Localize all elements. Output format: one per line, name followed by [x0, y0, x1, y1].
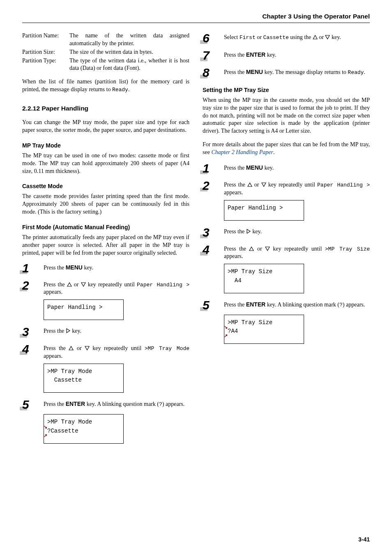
code-mp-tray-size: >MP Tray Size [325, 246, 370, 252]
para-setsize: When using the MP tray in the cassette m… [203, 97, 370, 135]
key-menu: MENU [246, 69, 263, 75]
key-enter: ENTER [246, 51, 265, 58]
triangle-right-icon [66, 328, 71, 333]
text: Press the [224, 228, 246, 235]
cursor-arrow-icon: ↘ [44, 424, 47, 431]
def-label: Partition Name: [22, 32, 69, 48]
text: key. [251, 228, 262, 235]
text: ) appears. [162, 401, 184, 407]
text: or [254, 246, 265, 252]
display-text: Cassette [51, 428, 78, 434]
code-ready: Ready [112, 87, 128, 93]
step-number: 5 [22, 398, 38, 411]
blinking-cursor: ↘↗? [47, 427, 51, 436]
display-line: Cassette [47, 376, 120, 385]
step-number: 3 [203, 226, 218, 239]
display-line: >MP Tray Size [228, 318, 300, 327]
text: key repeatedly until [270, 246, 325, 252]
text: Press the [224, 165, 246, 171]
para-partition-list: When the list of file names (partition l… [22, 78, 189, 94]
lcd-display: Paper Handling > [44, 299, 124, 320]
step-4: 4 Press the or key repeatedly until >MP … [203, 244, 370, 261]
step-number: 5 [203, 299, 218, 311]
step-number: 2 [203, 180, 218, 192]
step-3: 3 Press the key. [203, 226, 370, 239]
heading-cassette-mode: Cassette Mode [22, 182, 189, 190]
triangle-down-icon [81, 282, 86, 287]
step-4: 4 Press the or key repeatedly until >MP … [22, 343, 189, 360]
text: key. A blinking question mark ( [85, 401, 159, 407]
step-body: Press the MENU key. [224, 162, 370, 172]
step-body: Press the key. [44, 326, 189, 335]
heading-first-mode: First Mode (Automatic Manual Feeding) [22, 223, 189, 231]
def-partition-name: Partition Name: The name of the written … [22, 32, 189, 48]
step-number: 4 [203, 244, 218, 256]
header-rule [22, 23, 370, 23]
text: Select [224, 34, 240, 40]
step-body: Press the ENTER key. A blinking question… [44, 398, 189, 408]
link-chapter-2[interactable]: Chapter 2 Handling Paper [211, 149, 273, 155]
def-value: The type of the written data i.e., wheth… [69, 57, 189, 73]
blinking-cursor: ↘↗? [228, 327, 231, 336]
para-cassette-body: The cassette mode provides faster printi… [22, 193, 189, 216]
step-8: 8 Press the MENU key. The message displa… [203, 67, 370, 79]
triangle-down-icon [325, 35, 330, 39]
triangle-up-icon [247, 182, 252, 187]
code-cassette: Cassette [263, 35, 288, 41]
step-number: 6 [203, 32, 218, 44]
step-number: 3 [22, 326, 38, 338]
step-body: Press the key. [224, 226, 370, 236]
text: key. [330, 34, 341, 40]
step-2: 2 Press the or key repeatedly until Pape… [22, 279, 189, 297]
step-body: Press the or key repeatedly until >MP Tr… [44, 343, 189, 360]
def-value: The size of the written data in bytes. [69, 48, 189, 56]
key-enter: ENTER [246, 301, 265, 308]
lcd-display: >MP Tray Size ↘↗? A4 [224, 315, 304, 344]
lcd-display: >MP Tray Mode Cassette [44, 364, 124, 393]
text: using the [289, 34, 313, 40]
step-7: 7 Press the ENTER key. [203, 49, 370, 62]
heading-paper-handling: 2.2.12 Paper Handling [22, 104, 189, 113]
def-label: Partition Type: [22, 57, 69, 73]
step-body: Press the MENU key. [44, 262, 189, 272]
text: appears. [224, 189, 243, 196]
step-1: 1 Press the MENU key. [203, 162, 370, 175]
text: Press the [224, 302, 246, 308]
text: ) appears. [343, 302, 365, 308]
step-5: 5 Press the ENTER key. A blinking questi… [22, 398, 189, 411]
text: Press the [224, 52, 246, 58]
code-first: First [240, 35, 256, 41]
text: appears. [44, 353, 62, 359]
text: appears. [44, 289, 62, 295]
triangle-right-icon [246, 229, 251, 234]
lcd-display: Paper Handling > [224, 200, 304, 221]
text: or [74, 345, 84, 351]
def-label: Partition Size: [22, 48, 69, 56]
heading-setting-mp-tray-size: Setting the MP Tray Size [203, 86, 370, 94]
triangle-down-icon [265, 246, 270, 251]
display-line: >MP Tray Mode [47, 367, 120, 376]
text: key. [83, 265, 93, 271]
step-number: 1 [203, 162, 218, 175]
para-mp-body: The MP tray can be used in one of two mo… [22, 152, 189, 175]
para-more-details: For more details about the paper sizes t… [203, 141, 370, 157]
code-paper-handling: Paper Handling > [317, 182, 370, 188]
def-value: The name of the written data assigned au… [69, 32, 189, 48]
code-qmark: ? [339, 302, 343, 308]
triangle-up-icon [69, 346, 74, 350]
right-column: 6 Select First or Cassette using the or … [203, 32, 370, 449]
text: Press the [44, 265, 66, 271]
two-column-layout: Partition Name: The name of the written … [22, 32, 370, 449]
step-number: 7 [203, 49, 218, 62]
step-1: 1 Press the MENU key. [22, 262, 189, 274]
step-body: Press the or key repeatedly until >MP Tr… [224, 244, 370, 261]
def-partition-size: Partition Size: The size of the written … [22, 48, 189, 56]
lcd-display: >MP Tray Mode ↘↗? Cassette [44, 414, 124, 443]
page-number: 3-41 [358, 536, 370, 543]
triangle-up-icon [313, 35, 318, 39]
step-body: Press the MENU key. The message display … [224, 67, 370, 76]
text: or [72, 281, 81, 288]
chapter-header: Chapter 3 Using the Operator Panel [22, 12, 370, 21]
display-line: Paper Handling > [228, 205, 283, 211]
text: key repeatedly until [86, 281, 137, 288]
